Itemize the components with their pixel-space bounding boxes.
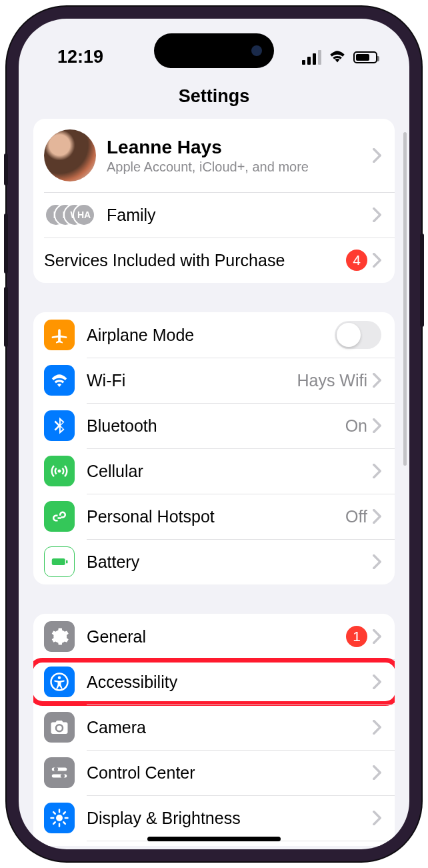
wifi-label: Wi-Fi [87,371,297,390]
battery-label: Battery [87,552,373,572]
side-button [4,153,8,185]
accessibility-icon [44,667,75,697]
bluetooth-label: Bluetooth [87,416,345,436]
wifi-icon [328,47,347,67]
cellular-label: Cellular [87,462,373,481]
svg-point-5 [54,767,58,771]
svg-point-8 [56,815,63,821]
general-badge: 1 [346,626,367,647]
chevron-right-icon [373,765,381,780]
family-label: Family [107,205,373,225]
brightness-icon [44,803,75,833]
battery-icon [44,546,75,577]
home-indicator[interactable] [147,837,281,841]
display-row[interactable]: Display & Brightness [33,795,395,841]
cellular-signal-icon [302,50,321,65]
sliders-icon [44,757,75,788]
wifi-icon [44,365,75,396]
avatar [44,129,96,181]
cellular-row[interactable]: Cellular [33,448,395,494]
chevron-right-icon [373,720,381,735]
connectivity-group: Airplane Mode Wi-Fi Hays Wifi Bluetooth [33,312,395,584]
services-label: Services Included with Purchase [44,251,346,270]
services-badge: 4 [346,250,367,271]
airplane-mode-row[interactable]: Airplane Mode [33,312,395,358]
dynamic-island [154,33,274,68]
volume-down-button [4,287,8,347]
control-center-row[interactable]: Control Center [33,750,395,795]
general-label: General [87,627,346,646]
chevron-right-icon [373,554,381,569]
hotspot-value: Off [345,507,367,526]
camera-label: Camera [87,718,373,737]
hotspot-icon [44,501,75,532]
account-subtitle: Apple Account, iCloud+, and more [107,159,373,175]
power-button [420,234,424,327]
svg-rect-0 [52,558,65,565]
hotspot-label: Personal Hotspot [87,507,345,526]
chevron-right-icon [373,148,381,163]
chevron-right-icon [373,418,381,433]
airplane-label: Airplane Mode [87,326,335,345]
volume-up-button [4,213,8,274]
control-center-label: Control Center [87,763,373,783]
bluetooth-icon [44,410,75,441]
chevron-right-icon [373,675,381,689]
battery-icon [353,51,377,63]
system-group: General 1 Accessibility Camera [33,614,395,846]
accessibility-label: Accessibility [87,673,373,692]
airplane-icon [44,320,75,350]
chevron-right-icon [373,253,381,268]
account-group: Leanne Hays Apple Account, iCloud+, and … [33,119,395,283]
battery-row[interactable]: Battery [33,539,395,584]
home-screen-row[interactable]: Home Screen & App Library [33,841,395,846]
svg-rect-1 [66,560,68,564]
chevron-right-icon [373,373,381,388]
general-row[interactable]: General 1 [33,614,395,659]
bluetooth-row[interactable]: Bluetooth On [33,403,395,448]
svg-point-7 [61,774,65,778]
family-avatars: F F W HA [44,203,96,226]
camera-icon [44,712,75,743]
family-row[interactable]: F F W HA Family [33,192,395,238]
gear-icon [44,621,75,652]
wifi-value: Hays Wifi [297,371,367,390]
chevron-right-icon [373,464,381,478]
accessibility-row[interactable]: Accessibility [33,659,395,705]
account-name: Leanne Hays [107,137,373,158]
screen: 12:19 Settings Leann [19,19,409,849]
services-row[interactable]: Services Included with Purchase 4 [33,238,395,283]
airplane-toggle[interactable] [335,321,381,349]
apple-account-row[interactable]: Leanne Hays Apple Account, iCloud+, and … [33,119,395,192]
hotspot-row[interactable]: Personal Hotspot Off [33,494,395,539]
cellular-icon [44,456,75,486]
chevron-right-icon [373,509,381,524]
settings-content: Leanne Hays Apple Account, iCloud+, and … [19,119,409,846]
wifi-row[interactable]: Wi-Fi Hays Wifi [33,358,395,403]
bluetooth-value: On [345,416,367,436]
chevron-right-icon [373,629,381,644]
page-title: Settings [19,82,409,119]
svg-point-3 [58,677,61,680]
display-label: Display & Brightness [87,809,373,828]
camera-row[interactable]: Camera [33,705,395,750]
status-time: 12:19 [57,47,103,67]
chevron-right-icon [373,207,381,222]
chevron-right-icon [373,811,381,825]
phone-frame: 12:19 Settings Leann [7,7,421,861]
